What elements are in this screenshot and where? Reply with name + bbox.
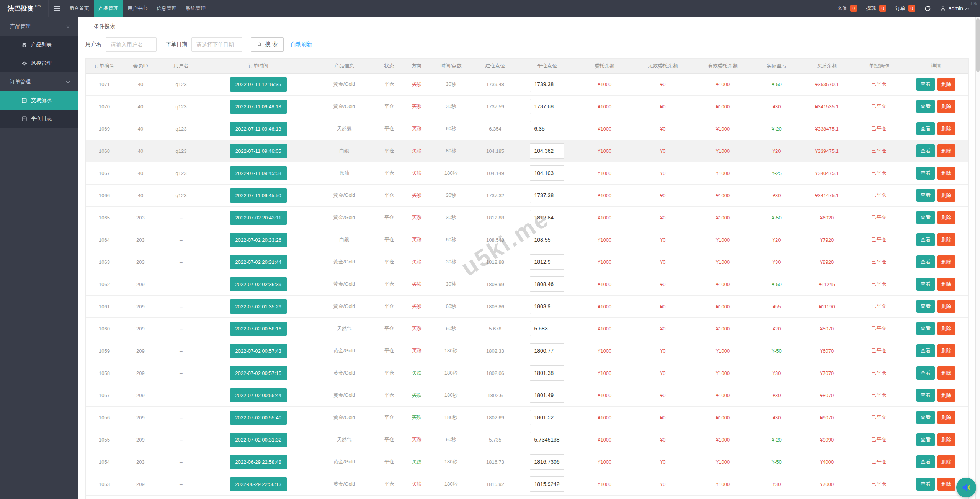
close-price-input[interactable]	[530, 454, 564, 470]
close-price-input[interactable]	[530, 343, 564, 358]
order-time-button[interactable]: 2022-07-02 02:36:39	[230, 277, 287, 291]
scrollbar-thumb[interactable]	[976, 18, 980, 72]
delete-button[interactable]: 删除	[937, 344, 956, 357]
view-button[interactable]: 查看	[916, 322, 935, 335]
delete-button[interactable]: 删除	[937, 455, 956, 468]
delete-button[interactable]: 删除	[937, 100, 956, 113]
refresh-icon[interactable]	[924, 5, 931, 12]
order-time-button[interactable]: 2022-07-11 09:48:13	[230, 100, 287, 114]
view-button[interactable]: 查看	[916, 189, 935, 202]
order-time-button[interactable]: 2022-07-02 20:43:11	[230, 211, 287, 225]
close-price-input[interactable]	[530, 143, 564, 159]
close-price-input[interactable]	[530, 188, 564, 203]
nav-item[interactable]: 用户中心	[123, 0, 152, 17]
delete-button[interactable]: 删除	[937, 322, 956, 335]
view-button[interactable]: 查看	[916, 255, 935, 268]
view-button[interactable]: 查看	[916, 167, 935, 180]
order-time-button[interactable]: 2022-07-02 01:35:29	[230, 299, 287, 314]
view-button[interactable]: 查看	[916, 389, 935, 402]
delete-button[interactable]: 删除	[937, 389, 956, 402]
close-price-input[interactable]	[530, 254, 564, 270]
view-button[interactable]: 查看	[916, 78, 935, 91]
delete-button[interactable]: 删除	[937, 300, 956, 313]
delete-button[interactable]: 删除	[937, 189, 956, 202]
sidebar-group-header[interactable]: 产品管理	[0, 17, 78, 36]
order-time-button[interactable]: 2022-07-02 00:55:40	[230, 411, 287, 425]
sidebar-item[interactable]: 交易流水	[0, 91, 78, 110]
username-input[interactable]	[106, 37, 157, 52]
view-button[interactable]: 查看	[916, 433, 935, 446]
delete-button[interactable]: 删除	[937, 122, 956, 135]
stat-订单[interactable]: 订单0	[895, 5, 915, 12]
order-time-button[interactable]: 2022-07-02 00:31:32	[230, 433, 287, 447]
order-time-button[interactable]: 2022-07-02 20:31:44	[230, 255, 287, 269]
close-price-input[interactable]	[530, 77, 564, 92]
delete-button[interactable]: 删除	[937, 167, 956, 180]
sidebar-group-header[interactable]: 订单管理	[0, 72, 78, 91]
close-price-input[interactable]	[530, 410, 564, 425]
delete-button[interactable]: 删除	[937, 211, 956, 224]
delete-button[interactable]: 删除	[937, 255, 956, 268]
delete-button[interactable]: 删除	[937, 144, 956, 157]
sidebar-item[interactable]: 风控管理	[0, 54, 78, 72]
sidebar-item[interactable]: 产品列表	[0, 36, 78, 54]
view-button[interactable]: 查看	[916, 100, 935, 113]
view-button[interactable]: 查看	[916, 478, 935, 491]
delete-button[interactable]: 删除	[937, 278, 956, 291]
delete-button[interactable]: 删除	[937, 411, 956, 424]
stat-提现[interactable]: 提现0	[866, 5, 886, 12]
close-price-input[interactable]	[530, 321, 564, 336]
delete-button[interactable]: 删除	[937, 366, 956, 380]
date-input[interactable]	[191, 37, 242, 52]
view-button[interactable]: 查看	[916, 144, 935, 157]
view-button[interactable]: 查看	[916, 344, 935, 357]
nav-item[interactable]: 产品管理	[94, 0, 123, 17]
close-price-input[interactable]	[530, 99, 564, 114]
close-price-input[interactable]	[530, 432, 564, 447]
user-menu[interactable]: admin	[940, 5, 969, 11]
view-button[interactable]: 查看	[916, 411, 935, 424]
close-price-input[interactable]	[530, 299, 564, 314]
delete-button[interactable]: 删除	[937, 78, 956, 91]
nav-item[interactable]: 信息管理	[152, 0, 181, 17]
auto-refresh-link[interactable]: 自动刷新	[291, 41, 312, 48]
view-button[interactable]: 查看	[916, 211, 935, 224]
close-price-input[interactable]	[530, 476, 564, 492]
nav-item[interactable]: 后台首页	[65, 0, 94, 17]
view-button[interactable]: 查看	[916, 233, 935, 246]
brand[interactable]: 法巴投资 TP6	[0, 0, 49, 17]
sidebar-item[interactable]: 平仓日志	[0, 110, 78, 128]
view-button[interactable]: 查看	[916, 455, 935, 468]
scrollbar[interactable]	[975, 17, 980, 499]
view-button[interactable]: 查看	[916, 122, 935, 135]
delete-button[interactable]: 删除	[937, 233, 956, 246]
stat-充值[interactable]: 充值0	[837, 5, 857, 12]
order-time-button[interactable]: 2022-07-02 00:57:43	[230, 344, 287, 358]
close-price-input[interactable]	[530, 210, 564, 225]
nav-item[interactable]: 系统管理	[181, 0, 210, 17]
order-time-button[interactable]: 2022-07-11 09:46:05	[230, 144, 287, 158]
sound-toggle-button[interactable]	[956, 478, 976, 497]
order-time-button[interactable]: 2022-07-11 09:46:13	[230, 122, 287, 136]
view-button[interactable]: 查看	[916, 366, 935, 380]
order-time-button[interactable]: 2022-07-02 00:58:16	[230, 322, 287, 336]
order-time-button[interactable]: 2022-07-02 00:57:15	[230, 366, 287, 380]
search-button[interactable]: 搜 索	[251, 37, 284, 52]
close-price-input[interactable]	[530, 276, 564, 292]
delete-button[interactable]: 删除	[937, 433, 956, 446]
close-price-input[interactable]	[530, 388, 564, 403]
delete-button[interactable]: 删除	[937, 478, 956, 491]
close-price-input[interactable]	[530, 365, 564, 381]
order-time-button[interactable]: 2022-07-02 00:55:44	[230, 388, 287, 402]
view-button[interactable]: 查看	[916, 278, 935, 291]
hamburger-icon[interactable]	[49, 0, 65, 17]
close-price-input[interactable]	[530, 232, 564, 247]
order-time-button[interactable]: 2022-06-29 22:58:48	[230, 455, 287, 469]
order-time-button[interactable]: 2022-07-02 20:33:26	[230, 233, 287, 247]
order-time-button[interactable]: 2022-07-11 12:16:35	[230, 77, 287, 92]
order-time-button[interactable]: 2022-07-11 09:45:58	[230, 166, 287, 180]
order-time-button[interactable]: 2022-07-11 09:45:50	[230, 188, 287, 203]
order-time-button[interactable]: 2022-06-29 22:56:13	[230, 477, 287, 491]
view-button[interactable]: 查看	[916, 300, 935, 313]
close-price-input[interactable]	[530, 121, 564, 136]
